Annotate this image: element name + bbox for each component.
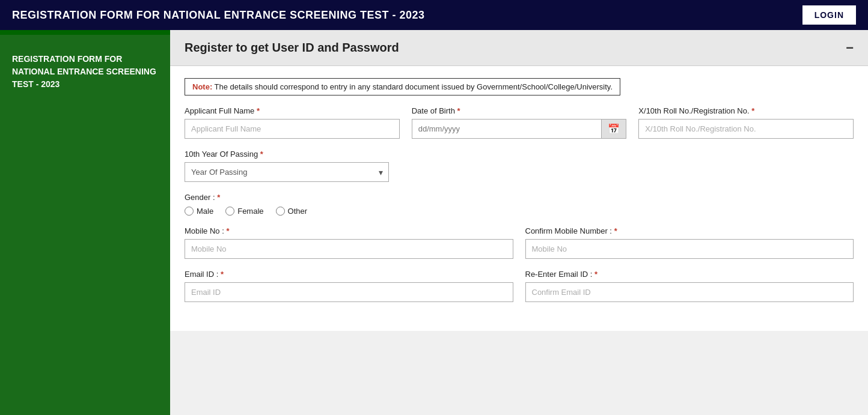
- gender-row: Gender : * Male Female Other: [185, 193, 854, 216]
- label-confirm-mobile: Confirm Mobile Number : *: [525, 226, 854, 235]
- group-confirm-email: Re-Enter Email ID : *: [525, 270, 854, 302]
- required-star-confirm-email: *: [594, 270, 598, 279]
- radio-male-label: Male: [197, 207, 213, 216]
- section-header: Register to get User ID and Password −: [170, 30, 868, 66]
- radio-group-gender: Male Female Other: [185, 207, 854, 216]
- required-star-name: *: [257, 106, 260, 115]
- row-email: Email ID : * Re-Enter Email ID : *: [185, 270, 854, 302]
- radio-other-label: Other: [288, 207, 308, 216]
- login-button[interactable]: LOGIN: [802, 5, 856, 25]
- radio-female[interactable]: Female: [225, 207, 263, 216]
- radio-female-label: Female: [237, 207, 263, 216]
- required-star-email: *: [221, 270, 224, 279]
- label-email: Email ID : *: [185, 270, 513, 279]
- confirm-mobile-input[interactable]: [525, 239, 854, 259]
- mobile-input[interactable]: [185, 239, 513, 259]
- roll-no-input[interactable]: [638, 119, 854, 139]
- group-dob: Date of Birth * 📅: [412, 106, 627, 139]
- applicant-name-input[interactable]: [185, 119, 400, 139]
- required-star-roll: *: [751, 106, 754, 115]
- sidebar-top-bar: [0, 30, 170, 35]
- dob-input-wrapper: 📅: [412, 119, 627, 139]
- required-star-gender: *: [217, 193, 220, 202]
- radio-male[interactable]: Male: [185, 207, 213, 216]
- year-passing-select[interactable]: Year Of Passing 2023 2022 2021 2020 2019…: [185, 162, 389, 182]
- group-year-passing: 10th Year Of Passing * Year Of Passing 2…: [185, 150, 854, 182]
- group-applicant-name: Applicant Full Name *: [185, 106, 400, 139]
- form-area: Note: The details should correspond to e…: [170, 66, 868, 331]
- group-mobile: Mobile No : *: [185, 226, 513, 259]
- note-label: Note:: [192, 82, 212, 91]
- label-dob: Date of Birth *: [412, 106, 627, 115]
- radio-female-input[interactable]: [225, 207, 234, 216]
- group-roll-no: X/10th Roll No./Registration No. *: [638, 106, 854, 139]
- note-text: The details should correspond to entry i…: [215, 82, 613, 91]
- sidebar: REGISTRATION FORM FOR NATIONAL ENTRANCE …: [0, 30, 170, 415]
- label-applicant-name: Applicant Full Name *: [185, 106, 400, 115]
- radio-other[interactable]: Other: [276, 207, 308, 216]
- top-header: REGISTRATION FORM FOR NATIONAL ENTRANCE …: [0, 0, 868, 30]
- label-confirm-email: Re-Enter Email ID : *: [525, 270, 854, 279]
- row-year-passing: 10th Year Of Passing * Year Of Passing 2…: [185, 150, 854, 182]
- label-mobile: Mobile No : *: [185, 226, 513, 235]
- calendar-icon-button[interactable]: 📅: [601, 120, 626, 138]
- label-roll-no: X/10th Roll No./Registration No. *: [638, 106, 854, 115]
- row-name-dob-roll: Applicant Full Name * Date of Birth * 📅: [185, 106, 854, 139]
- note-box: Note: The details should correspond to e…: [185, 78, 620, 95]
- radio-other-input[interactable]: [276, 207, 285, 216]
- gender-label: Gender : *: [185, 193, 854, 202]
- section-heading: Register to get User ID and Password: [185, 41, 399, 55]
- required-star-year: *: [260, 150, 263, 159]
- year-select-wrapper: Year Of Passing 2023 2022 2021 2020 2019…: [185, 162, 389, 182]
- main-layout: REGISTRATION FORM FOR NATIONAL ENTRANCE …: [0, 30, 868, 415]
- collapse-button[interactable]: −: [846, 41, 854, 55]
- sidebar-title: REGISTRATION FORM FOR NATIONAL ENTRANCE …: [12, 53, 158, 91]
- confirm-email-input[interactable]: [525, 282, 854, 302]
- required-star-dob: *: [457, 106, 460, 115]
- label-year-passing: 10th Year Of Passing *: [185, 150, 854, 159]
- required-star-confirm-mobile: *: [614, 226, 617, 235]
- row-mobile: Mobile No : * Confirm Mobile Number : *: [185, 226, 854, 259]
- email-input[interactable]: [185, 282, 513, 302]
- header-title: REGISTRATION FORM FOR NATIONAL ENTRANCE …: [12, 9, 425, 22]
- group-email: Email ID : *: [185, 270, 513, 302]
- dob-input[interactable]: [412, 120, 602, 138]
- sidebar-content: REGISTRATION FORM FOR NATIONAL ENTRANCE …: [0, 35, 170, 415]
- group-confirm-mobile: Confirm Mobile Number : *: [525, 226, 854, 259]
- main-content: Register to get User ID and Password − N…: [170, 30, 868, 415]
- required-star-mobile: *: [226, 226, 229, 235]
- radio-male-input[interactable]: [185, 207, 194, 216]
- calendar-icon: 📅: [608, 123, 620, 135]
